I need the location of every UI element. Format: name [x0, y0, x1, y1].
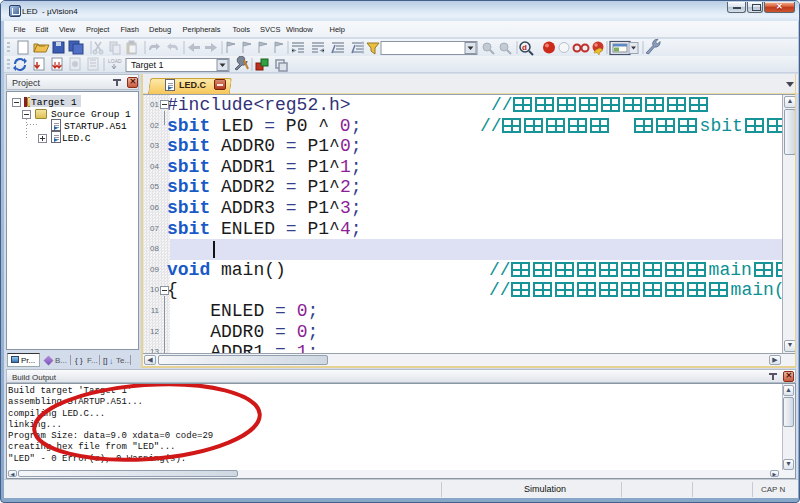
- svg-text:d: d: [522, 43, 527, 52]
- svg-text:LOAD: LOAD: [108, 58, 122, 64]
- svg-text:Target 1: Target 1: [131, 60, 164, 70]
